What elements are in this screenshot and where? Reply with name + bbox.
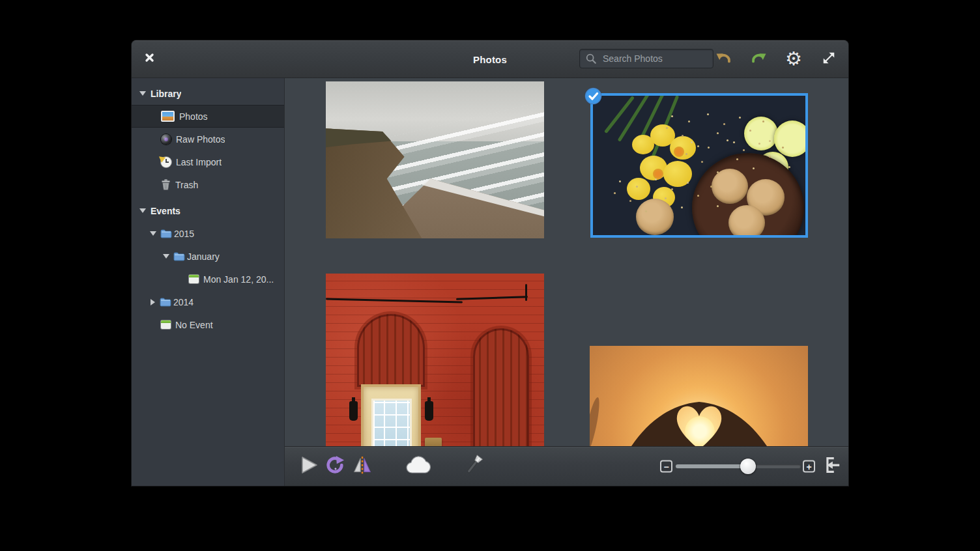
sidebar-item-january[interactable]: January [132,245,284,268]
fullscreen-button[interactable] [818,49,839,70]
undo-button[interactable] [713,49,734,70]
import-arrow-icon [822,455,841,477]
magic-wand-icon [462,453,485,479]
sidebar-item-last-import[interactable]: Last Import [132,150,284,173]
sidebar-section-library[interactable]: Library [132,82,284,105]
bottom-toolbar: − + [285,446,848,486]
event-icon [189,275,199,283]
window-body: Library Photos Raw Photos Last Import [132,78,848,486]
trash-icon [161,179,171,190]
flip-icon [353,455,372,477]
photo-thumbnail-beach-cliff[interactable] [326,81,544,238]
event-icon [161,320,171,329]
play-icon [298,455,319,478]
photos-app-window: Photos [132,40,848,486]
power-cable [525,284,527,301]
search-input[interactable] [601,53,708,64]
thumbnail-size-slider[interactable] [676,447,801,486]
lantern [349,401,358,421]
selected-check-badge [584,87,602,105]
last-import-icon [161,157,171,167]
desktop: { "header": { "title": "Photos", "search… [0,0,980,551]
minus-icon: − [663,462,669,471]
sidebar-item-label: No Event [175,320,213,330]
zoom-slider-thumb[interactable] [740,459,756,474]
door-shutter-arch [357,314,425,387]
photo-thumbnail-sunset-heart[interactable] [590,346,808,446]
close-icon [145,53,154,65]
gear-icon: ⚙ [785,49,802,68]
redo-button[interactable] [748,49,769,70]
settings-button[interactable]: ⚙ [783,49,804,70]
folder-icon [160,229,172,238]
sidebar-item-label: Mon Jan 12, 20... [203,274,274,285]
rotate-icon [325,455,345,477]
window-title: Photos [473,53,507,64]
sidebar-item-2014[interactable]: 2014 [132,290,284,313]
slider-track[interactable] [676,464,801,468]
sidebar-item-trash[interactable]: Trash [132,173,284,196]
sidebar-item-2015[interactable]: 2015 [132,222,284,245]
expander-down-icon[interactable] [150,231,156,236]
section-label: Library [151,89,181,99]
rotate-button[interactable] [325,455,345,477]
import-button[interactable] [822,455,841,477]
photo-grid [285,78,848,446]
window-shutter-arch [473,328,529,446]
search-box[interactable] [579,49,713,68]
close-button[interactable] [141,51,157,67]
enhance-button[interactable] [462,453,485,479]
sidebar-item-label: Trash [175,180,198,190]
folder-icon [160,298,171,307]
sidebar-item-no-event[interactable]: No Event [132,313,284,336]
slideshow-button[interactable] [298,455,319,478]
zoom-in-button[interactable]: + [803,460,815,473]
sidebar-item-label: 2014 [173,297,194,307]
photo-thumbnail-daffodils-cookies-selected[interactable] [590,93,808,238]
expander-down-icon[interactable] [139,91,146,96]
mailbox [425,438,442,446]
main-area: − + [285,78,848,486]
expander-down-icon[interactable] [163,254,169,259]
zoom-out-button[interactable]: − [660,460,672,473]
sidebar-section-events[interactable]: Events [132,199,284,222]
expander-right-icon[interactable] [151,299,155,305]
power-cable [326,298,463,303]
sidebar: Library Photos Raw Photos Last Import [132,78,285,486]
section-label: Events [151,206,180,216]
sidebar-item-label: Photos [179,111,208,122]
heart-hands-silhouette [590,346,808,446]
header-bar: Photos [132,40,848,78]
lantern [425,401,433,421]
undo-icon [715,49,732,69]
photos-icon [161,111,175,122]
sidebar-item-label: January [187,251,220,262]
fullscreen-icon [822,51,836,68]
camera-lens-icon [161,134,171,145]
sidebar-item-raw-photos[interactable]: Raw Photos [132,128,284,150]
sidebar-item-photos[interactable]: Photos [132,105,284,128]
cloud-icon [405,455,431,477]
zoom-slider-fill [676,464,748,468]
flip-button[interactable] [353,455,372,477]
expander-down-icon[interactable] [139,208,146,213]
folder-icon [173,252,185,261]
redo-icon [750,49,768,69]
sidebar-item-event-jan12[interactable]: Mon Jan 12, 20... [132,268,284,290]
power-cable [456,296,528,300]
header-actions: ⚙ [713,40,839,78]
search-icon [585,53,597,64]
door-window [371,399,412,446]
sidebar-item-label: 2015 [174,229,194,239]
sidebar-item-label: Raw Photos [176,134,225,145]
sidebar-item-label: Last Import [176,157,222,167]
photo-thumbnail-red-brick-door[interactable] [326,274,544,446]
daffodils-cookies-image [593,96,805,235]
plus-icon: + [806,462,811,471]
publish-button[interactable] [405,455,431,477]
